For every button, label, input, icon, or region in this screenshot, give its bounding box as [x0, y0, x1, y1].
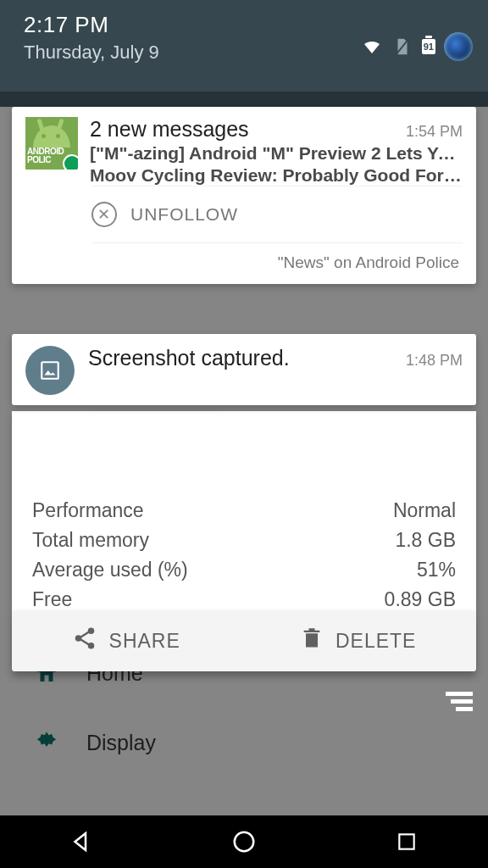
action-label: DELETE [336, 630, 416, 653]
notification-line: Moov Cycling Review: Probably Good For… [90, 165, 463, 186]
notification-subtext: "News" on Android Police [92, 242, 463, 284]
image-icon [25, 346, 75, 395]
shade-strip [0, 92, 488, 107]
notification-shade-header[interactable]: 2:17 PM Thursday, July 9 91 [0, 0, 488, 92]
profile-avatar[interactable] [444, 32, 473, 61]
share-icon [72, 626, 97, 656]
clear-all-icon[interactable] [446, 692, 473, 711]
notification-card-screenshot[interactable]: Screenshot captured. 1:48 PM [12, 334, 476, 405]
notification-title: Screenshot captured. [88, 346, 290, 370]
wifi-icon [361, 36, 383, 58]
svg-point-4 [235, 832, 254, 852]
trash-icon [300, 626, 324, 655]
delete-button[interactable]: DELETE [300, 626, 416, 655]
close-circle-icon: ✕ [92, 202, 117, 227]
nav-home-button[interactable] [226, 824, 262, 860]
status-tray: 91 [361, 32, 473, 61]
action-label: UNFOLLOW [130, 204, 238, 225]
nav-recent-button[interactable] [389, 824, 424, 860]
notification-card-messages[interactable]: ANDROIDPOLIC 2 new messages 1:54 PM ["M"… [12, 107, 476, 284]
battery-icon: 91 [422, 39, 435, 54]
svg-rect-0 [42, 362, 58, 379]
share-button[interactable]: SHARE [72, 626, 180, 656]
navigation-bar [0, 815, 488, 868]
screenshot-preview-body[interactable]: PerformanceNormal Total memory1.8 GB Ave… [12, 411, 476, 611]
notification-timestamp: 1:48 PM [406, 352, 463, 370]
sim-icon [391, 36, 413, 58]
notification-timestamp: 1:54 PM [406, 123, 463, 141]
unfollow-button[interactable]: ✕ UNFOLLOW [92, 186, 463, 242]
action-label: SHARE [109, 630, 180, 653]
nav-back-button[interactable] [64, 824, 99, 860]
notification-title: 2 new messages [90, 117, 249, 142]
svg-rect-5 [399, 834, 413, 849]
notification-line: ["M"-azing] Android "M" Preview 2 Lets Y… [90, 143, 463, 164]
android-police-icon: ANDROIDPOLIC [25, 117, 78, 170]
screenshot-actions-bar: SHARE DELETE [12, 610, 476, 671]
